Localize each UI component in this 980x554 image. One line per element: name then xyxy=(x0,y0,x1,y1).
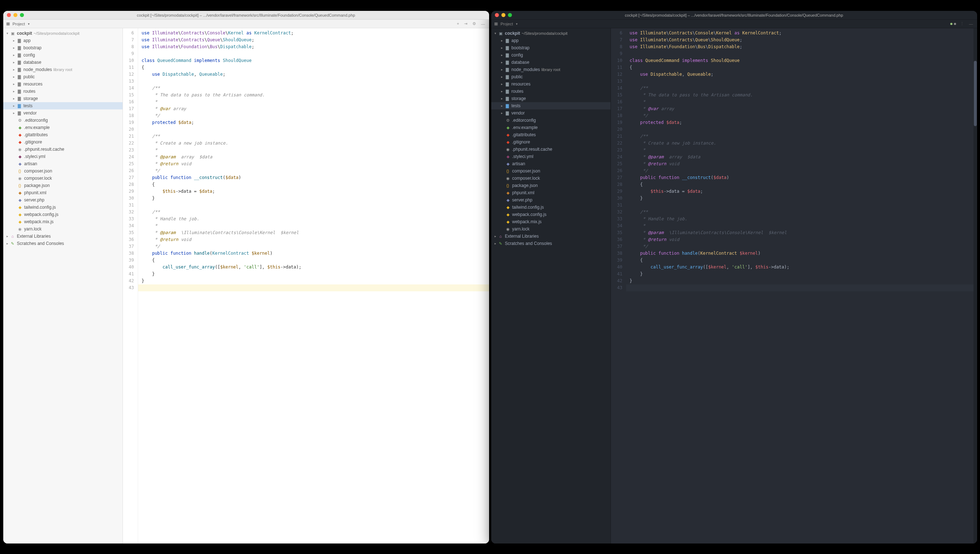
code-line[interactable]: /** xyxy=(138,85,489,92)
tree-file-.gitignore[interactable]: ◆ .gitignore xyxy=(3,138,123,146)
code-line[interactable]: /** xyxy=(626,85,974,92)
code-line[interactable]: * @param \Illuminate\Contracts\Console\K… xyxy=(138,229,489,236)
code-line[interactable]: { xyxy=(138,257,489,264)
code-line[interactable] xyxy=(626,202,974,209)
project-tool-icon[interactable]: ▦ xyxy=(6,21,10,26)
tree-folder-tests[interactable]: ▸ ▇ tests xyxy=(491,102,611,110)
code-line[interactable]: /** xyxy=(138,209,489,216)
code-line[interactable]: */ xyxy=(626,167,974,174)
tree-file-.editorconfig[interactable]: ⚙ .editorconfig xyxy=(3,117,123,124)
code-line[interactable]: } xyxy=(138,271,489,277)
code-line[interactable]: public function __construct($data) xyxy=(626,174,974,181)
code-line[interactable]: { xyxy=(626,64,974,71)
code-line[interactable]: * xyxy=(626,99,974,105)
tree-file-server.php[interactable]: ◆ server.php xyxy=(3,196,123,204)
code-line[interactable]: * @return void xyxy=(626,236,974,243)
code-line[interactable]: public function handle(KernelContract $k… xyxy=(626,250,974,257)
code-line[interactable]: /** xyxy=(138,133,489,140)
code-line[interactable] xyxy=(626,78,974,85)
code-line[interactable] xyxy=(138,285,489,291)
tree-file-.gitattributes[interactable]: ◆ .gitattributes xyxy=(3,131,123,138)
code-line[interactable]: * @return void xyxy=(626,161,974,167)
tree-file-.env.example[interactable]: ◆ .env.example xyxy=(3,124,123,131)
tree-folder-node_modules[interactable]: ▸ ▇ node_modules library root xyxy=(3,66,123,73)
code-line[interactable]: use Illuminate\Foundation\Bus\Dispatchab… xyxy=(626,43,974,50)
code-line[interactable]: } xyxy=(626,195,974,202)
tree-folder-bootstrap[interactable]: ▸ ▇ bootstrap xyxy=(3,44,123,51)
code-line[interactable]: * @param array $data xyxy=(626,154,974,161)
tree-file-.phpunit.result.cache[interactable]: ◉ .phpunit.result.cache xyxy=(3,146,123,153)
tree-folder-vendor[interactable]: ▸ ▇ vendor xyxy=(3,110,123,117)
code-line[interactable]: } xyxy=(626,271,974,277)
tree-folder-database[interactable]: ▸ ▇ database xyxy=(491,59,611,66)
code-line[interactable]: * @param array $data xyxy=(138,154,489,161)
tree-folder-routes[interactable]: ▸ ▇ routes xyxy=(491,88,611,95)
code-line[interactable]: use Dispatchable, Queueable; xyxy=(626,71,974,78)
tree-folder-node_modules[interactable]: ▸ ▇ node_modules library root xyxy=(491,66,611,73)
code-line[interactable]: * Create a new job instance. xyxy=(626,140,974,147)
tree-folder-public[interactable]: ▸ ▇ public xyxy=(3,73,123,80)
project-tree[interactable]: ▾ ▣ cockpit ~/Sites/promodata/cockpit ▸ … xyxy=(3,28,123,543)
code-line[interactable]: public function handle(KernelContract $k… xyxy=(138,250,489,257)
code-editor[interactable]: 6789101112131415161718192021222324252627… xyxy=(611,28,977,543)
tree-folder-database[interactable]: ▸ ▇ database xyxy=(3,59,123,66)
tree-folder-config[interactable]: ▸ ▇ config xyxy=(491,51,611,59)
code-line[interactable]: use Dispatchable, Queueable; xyxy=(138,71,489,78)
code-line[interactable]: } xyxy=(626,277,974,285)
tree-folder-app[interactable]: ▸ ▇ app xyxy=(3,37,123,44)
tree-file-.styleci.yml[interactable]: ◆ .styleci.yml xyxy=(3,153,123,160)
code-line[interactable] xyxy=(138,78,489,85)
code-line[interactable] xyxy=(138,202,489,209)
project-tool-icon[interactable]: ▦ xyxy=(494,21,498,26)
collapse-all-icon[interactable]: ⇥ xyxy=(463,21,468,26)
tree-file-composer.json[interactable]: {} composer.json xyxy=(3,167,123,175)
code-line[interactable]: * @return void xyxy=(138,161,489,167)
code-line[interactable]: { xyxy=(626,257,974,264)
maximize-icon[interactable] xyxy=(508,13,512,17)
tree-file-artisan[interactable]: ◆ artisan xyxy=(3,160,123,167)
code-line[interactable]: * @param \Illuminate\Contracts\Console\K… xyxy=(626,229,974,236)
chevron-down-icon[interactable]: ▾ xyxy=(28,22,30,26)
code-line[interactable] xyxy=(626,126,974,133)
tree-file-yarn.lock[interactable]: ◉ yarn.lock xyxy=(491,225,611,232)
code-line[interactable]: */ xyxy=(626,243,974,250)
tree-folder-tests[interactable]: ▸ ▇ tests xyxy=(3,102,123,110)
tree-folder-resources[interactable]: ▸ ▇ resources xyxy=(491,80,611,88)
tree-file-.env.example[interactable]: ◆ .env.example xyxy=(491,124,611,131)
tree-file-package.json[interactable]: {} package.json xyxy=(491,182,611,189)
code-line[interactable]: * xyxy=(138,147,489,154)
settings-gear-icon[interactable]: ⚙ xyxy=(471,21,477,26)
code-line[interactable]: * xyxy=(626,223,974,229)
minimize-icon[interactable] xyxy=(13,13,18,17)
code-line[interactable]: /** xyxy=(626,209,974,216)
code-line[interactable]: * Handle the job. xyxy=(138,216,489,223)
code-line[interactable]: public function __construct($data) xyxy=(138,174,489,181)
code-line[interactable]: */ xyxy=(138,243,489,250)
hide-icon[interactable]: — xyxy=(968,22,974,26)
tree-file-package.json[interactable]: {} package.json xyxy=(3,182,123,189)
tree-extra-External Libraries[interactable]: ▸ ⌂ External Libraries xyxy=(491,232,611,240)
code-line[interactable]: $this->data = $data; xyxy=(138,188,489,195)
close-icon[interactable] xyxy=(495,13,499,17)
tree-file-webpack.mix.js[interactable]: ◆ webpack.mix.js xyxy=(3,218,123,225)
more-icon[interactable]: ⋮ xyxy=(959,21,965,26)
tree-extra-Scratches and Consoles[interactable]: ▸ ✎ Scratches and Consoles xyxy=(3,240,123,247)
tree-root[interactable]: ▾ ▣ cockpit ~/Sites/promodata/cockpit xyxy=(491,30,611,37)
titlebar[interactable]: cockpit [~/Sites/promodata/cockpit] – ..… xyxy=(3,11,489,19)
code-line[interactable]: */ xyxy=(138,167,489,174)
code-line[interactable] xyxy=(626,285,974,291)
code-line[interactable]: * The data to pass to the Artisan comman… xyxy=(626,92,974,99)
tree-file-phpunit.xml[interactable]: ◆ phpunit.xml xyxy=(491,189,611,196)
select-target-icon[interactable]: ⌖ xyxy=(456,21,460,26)
minimize-icon[interactable] xyxy=(501,13,505,17)
tree-folder-resources[interactable]: ▸ ▇ resources xyxy=(3,80,123,88)
code-area[interactable]: use Illuminate\Contracts\Console\Kernel … xyxy=(626,28,974,543)
tree-file-server.php[interactable]: ◆ server.php xyxy=(491,196,611,204)
code-line[interactable]: { xyxy=(138,64,489,71)
code-area[interactable]: use Illuminate\Contracts\Console\Kernel … xyxy=(138,28,489,543)
code-line[interactable]: * Create a new job instance. xyxy=(138,140,489,147)
code-line[interactable]: } xyxy=(138,195,489,202)
tree-file-.gitattributes[interactable]: ◆ .gitattributes xyxy=(491,131,611,138)
tree-folder-config[interactable]: ▸ ▇ config xyxy=(3,51,123,59)
hide-icon[interactable]: — xyxy=(480,22,486,26)
